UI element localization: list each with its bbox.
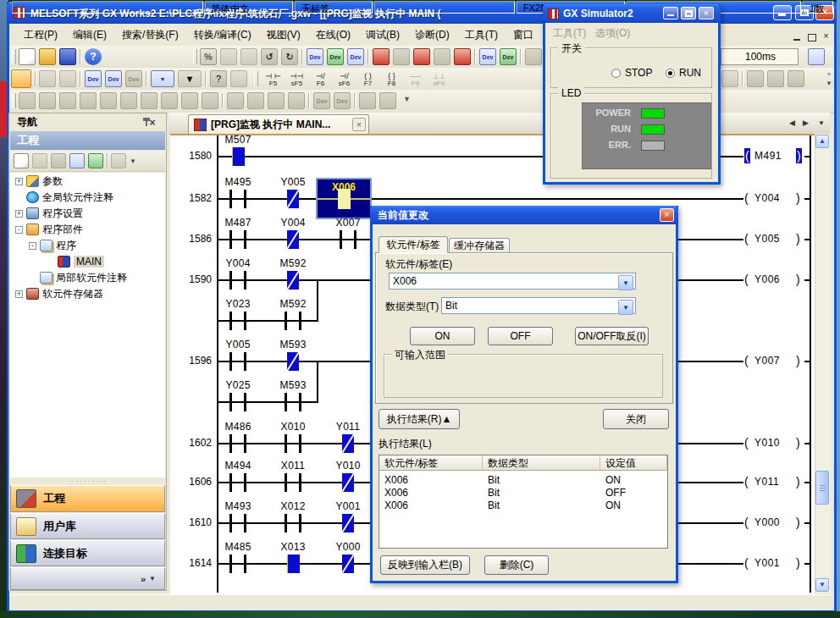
toolbar-grip[interactable] — [193, 49, 197, 64]
contact-open[interactable] — [285, 393, 301, 411]
coil-label[interactable]: Y010 — [754, 437, 780, 449]
contact-closed-energized[interactable] — [342, 473, 354, 492]
contact-energized[interactable] — [232, 147, 245, 166]
device-monitor-icon[interactable]: Dev — [307, 48, 323, 65]
monitor-mode-icon[interactable] — [454, 48, 471, 65]
toolbar-grip[interactable] — [12, 93, 16, 108]
scan-time-field[interactable]: 100ms — [721, 48, 799, 65]
combo-dropdown-icon[interactable]: ▼ — [618, 300, 633, 315]
menu-window[interactable]: 窗口 — [506, 25, 541, 45]
pin-icon[interactable] — [142, 117, 151, 127]
reflect-to-input-button[interactable]: 反映到输入栏(B) — [380, 555, 470, 575]
refresh-icon[interactable] — [88, 153, 103, 168]
run-radio-label[interactable]: RUN — [679, 67, 701, 79]
paste-item-icon[interactable] — [51, 153, 66, 168]
panel-splitter[interactable]: ·········· — [10, 479, 165, 484]
contact-open[interactable] — [229, 230, 246, 249]
expander-icon[interactable]: + — [15, 178, 23, 185]
toolbar-overflow-button[interactable]: ▼ — [403, 95, 411, 103]
device-combo[interactable]: X006 ▼ — [389, 273, 636, 290]
coil-label[interactable]: Y004 — [754, 192, 780, 204]
inline-st-icon[interactable] — [721, 70, 738, 87]
combo-dropdown-icon[interactable]: ▼ — [618, 275, 633, 290]
save-project-icon[interactable] — [59, 48, 76, 65]
execution-result-button[interactable]: 执行结果(R)▲ — [379, 409, 460, 429]
contact-closed-energized[interactable] — [342, 555, 354, 573]
mdi-minimize-button[interactable] — [791, 31, 804, 43]
ladder-symbol-hline-button[interactable]: ──F9 — [403, 69, 428, 90]
tab-scroll-right-icon[interactable]: ▶ — [803, 119, 809, 127]
menu-project[interactable]: 工程(P) — [16, 25, 65, 45]
device-display-dropdown-icon[interactable]: ▼ — [151, 70, 174, 87]
expander-icon[interactable]: + — [15, 290, 23, 298]
tab-device-label[interactable]: 软元件/标签 — [379, 236, 448, 253]
sort-dropdown-icon[interactable]: ▼ — [130, 157, 136, 165]
delete-button[interactable]: 删除(C) — [484, 555, 549, 575]
device-search-dropdown-icon[interactable]: ▼ — [178, 70, 202, 87]
scroll-thumb[interactable] — [815, 471, 829, 505]
ladder-symbol-closed-parallel-button[interactable]: ⊣/sF6 — [332, 69, 356, 90]
copy-item-icon[interactable] — [32, 153, 47, 168]
dialog-close-button[interactable]: × — [660, 208, 674, 222]
contact-open[interactable] — [229, 312, 246, 330]
contact-open[interactable] — [229, 555, 246, 573]
mdi-restore-button[interactable] — [805, 31, 818, 43]
coil-label[interactable]: Y006 — [754, 273, 780, 285]
contact-energized[interactable] — [287, 555, 300, 573]
tab-close-button[interactable]: × — [352, 118, 366, 131]
ladder-symbol-parallel-contact-button[interactable]: ⊣⊣sF5 — [285, 69, 309, 90]
monitor-start-icon[interactable] — [413, 48, 430, 65]
contact-closed-energized[interactable] — [287, 352, 299, 371]
ladder-symbol-coil-button[interactable]: ( )F7 — [356, 69, 380, 90]
menu-online[interactable]: 在线(O) — [308, 25, 358, 45]
column-header-setvalue[interactable]: 设定值 — [600, 455, 667, 471]
menu-edit[interactable]: 编辑(E) — [65, 25, 114, 45]
help-icon[interactable]: ? — [85, 48, 102, 65]
menu-compile[interactable]: 转换/编译(C) — [186, 25, 259, 45]
contact-open[interactable] — [340, 230, 356, 249]
contact-open[interactable] — [229, 271, 246, 290]
tree-item-global-comment[interactable]: 全局软元件注释 — [15, 190, 113, 205]
toolbar-grip[interactable] — [12, 49, 16, 64]
contact-open[interactable] — [229, 434, 246, 453]
menu-debug[interactable]: 调试(B) — [358, 25, 407, 45]
expander-icon[interactable]: + — [15, 210, 23, 218]
editor-tab-main[interactable]: [PRG]监视 执行中 MAIN... × — [188, 114, 369, 134]
navigation-toggle-icon[interactable] — [11, 69, 31, 88]
off-button[interactable]: OFF — [488, 327, 553, 345]
dialog-close-action-button[interactable]: 关闭 — [603, 409, 669, 429]
on-off-invert-button[interactable]: ON/OFF取反(I) — [575, 327, 649, 345]
coil-label[interactable]: Y001 — [754, 557, 780, 569]
stop-radio-label[interactable]: STOP — [625, 67, 652, 79]
program-list-icon[interactable] — [59, 70, 76, 87]
ladder-symbol-application-button[interactable]: { }F8 — [379, 69, 404, 90]
contact-open[interactable] — [229, 352, 246, 371]
tab-list-dropdown-icon[interactable]: ▼ — [818, 119, 825, 127]
scroll-down-button[interactable]: ▼ — [815, 578, 829, 592]
stack-button-project[interactable]: 工程 — [10, 485, 165, 512]
coil-label[interactable]: Y007 — [754, 355, 780, 367]
contact-closed-energized[interactable] — [342, 514, 354, 532]
data-type-combo[interactable]: Bit ▼ — [441, 297, 636, 314]
redo-icon[interactable]: ↻ — [281, 48, 298, 65]
property-icon[interactable] — [69, 153, 85, 168]
stack-button-user-library[interactable]: 用户库 — [10, 513, 165, 539]
simulator-minimize-button[interactable] — [663, 7, 678, 19]
tree-item-device-memory[interactable]: + 软元件存储器 — [15, 286, 103, 301]
tree-item-program[interactable]: - 程序 — [29, 238, 76, 253]
device-monitor-run-icon[interactable]: Dev — [327, 48, 344, 65]
open-project-icon[interactable] — [39, 48, 56, 65]
comment-display-icon[interactable] — [525, 48, 542, 65]
tab-buffer-memory[interactable]: 缓冲存储器 — [449, 238, 510, 253]
new-project-icon[interactable] — [19, 48, 36, 65]
tree-item-program-setting[interactable]: + 程序设置 — [15, 206, 83, 221]
tab-scroll-left-icon[interactable]: ◀ — [789, 119, 795, 127]
contact-open[interactable] — [229, 393, 246, 411]
ladder-symbol-closed-contact-button[interactable]: ⊣/F6 — [308, 69, 333, 90]
coil-label[interactable]: Y005 — [754, 233, 780, 245]
scroll-up-button[interactable]: ▲ — [815, 135, 829, 148]
ladder-symbol-open-contact-button[interactable]: ⊣ ⊢F5 — [261, 69, 285, 90]
copy-icon[interactable] — [220, 48, 237, 65]
toolbar-overflow-button[interactable]: »▼ — [823, 69, 835, 90]
device-memory-icon[interactable]: Dev — [105, 70, 122, 87]
